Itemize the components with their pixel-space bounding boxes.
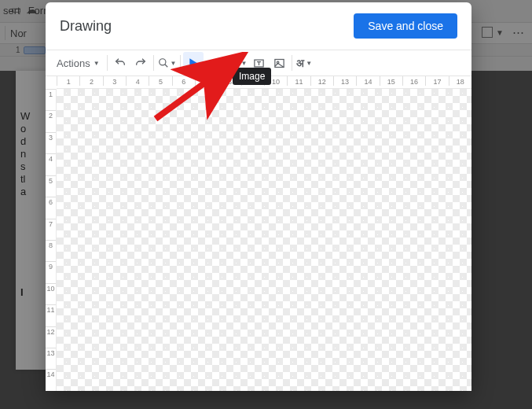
ruler-tick: 14 (356, 76, 379, 86)
ruler-tick: 7 (195, 76, 218, 86)
line-tool[interactable]: ▼ (204, 52, 226, 74)
ruler-tick: 6 (172, 76, 195, 86)
drawing-dialog: Drawing Save and close Actions▼ ▼ ▼ ▼ (46, 2, 471, 391)
ruler-tick: 12 (310, 76, 333, 86)
ruler-tick: 5 (46, 175, 56, 197)
ruler-tick: 13 (46, 348, 56, 369)
ruler-tick: 4 (126, 76, 149, 86)
ruler-tick: 14 (46, 369, 56, 390)
ruler-tick: 8 (46, 240, 56, 261)
ruler-tick: 9 (46, 261, 56, 282)
script-language-dropdown[interactable]: अ ▼ (295, 52, 314, 74)
ruler-tick: 13 (333, 76, 356, 86)
drawing-canvas[interactable] (57, 89, 471, 391)
ruler-tick: 2 (46, 110, 56, 131)
svg-line-2 (207, 59, 215, 66)
ruler-tick: 2 (79, 76, 102, 86)
save-and-close-button[interactable]: Save and close (354, 13, 457, 39)
ruler-tick: 4 (46, 153, 56, 175)
ruler-tick: 12 (46, 326, 56, 348)
select-tool[interactable] (183, 52, 204, 74)
ruler-tick: 1 (46, 89, 56, 110)
redo-button[interactable] (130, 52, 151, 74)
ruler-tick: 10 (46, 283, 56, 304)
ruler-tick: 1 (57, 76, 79, 86)
ruler-tick: 17 (425, 76, 448, 86)
svg-point-3 (229, 58, 235, 64)
svg-rect-4 (233, 62, 237, 67)
ruler-tick: 15 (380, 76, 402, 86)
zoom-dropdown[interactable]: ▼ (156, 52, 178, 74)
ruler-tick: 5 (149, 76, 171, 86)
ruler-tick: 16 (402, 76, 425, 86)
vertical-ruler: 1234567891011121314 (46, 89, 57, 391)
image-tool-tooltip: Image (233, 68, 271, 85)
ruler-tick: 18 (449, 76, 471, 86)
ruler-tick: 3 (46, 132, 56, 153)
image-tool[interactable] (269, 52, 289, 74)
ruler-tick: 6 (46, 197, 56, 218)
ruler-tick: 3 (103, 76, 126, 86)
actions-menu[interactable]: Actions▼ (52, 54, 105, 72)
dialog-title: Drawing (60, 18, 112, 35)
ruler-tick: 11 (46, 304, 56, 326)
svg-line-1 (164, 64, 167, 68)
ruler-tick: 11 (287, 76, 310, 86)
ruler-tick: 7 (46, 219, 56, 240)
undo-button[interactable] (110, 52, 130, 74)
svg-point-0 (159, 59, 165, 65)
